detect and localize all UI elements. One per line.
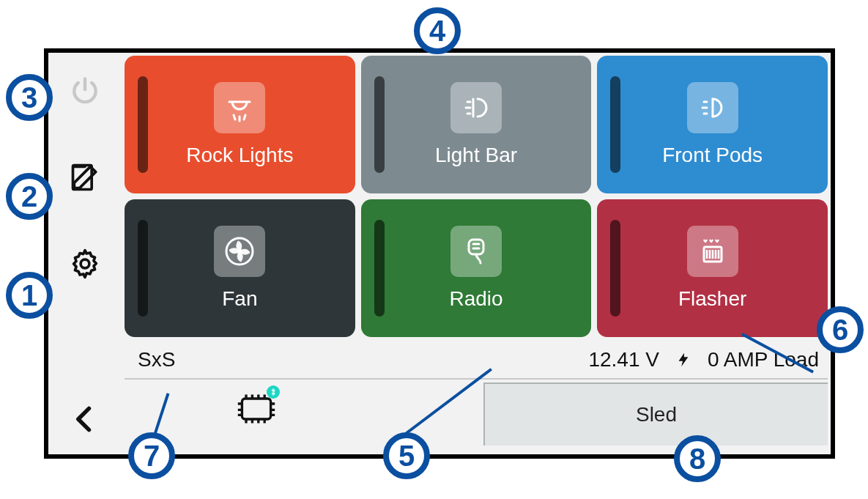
callout-3: 3	[6, 74, 53, 121]
bolt-icon	[675, 350, 691, 370]
edit-button[interactable]	[67, 160, 103, 195]
tab-label: Sled	[636, 403, 677, 426]
callout-8: 8	[674, 435, 721, 482]
tile-label: Fan	[222, 287, 257, 311]
callout-4: 4	[414, 7, 461, 54]
flasher-icon	[687, 226, 738, 277]
dimmer-slider[interactable]	[610, 220, 620, 317]
light-bar-icon	[450, 82, 502, 133]
bluetooth-indicator	[267, 385, 280, 399]
switch-tile-fan[interactable]: Fan	[125, 199, 355, 337]
tile-label: Light Bar	[435, 144, 517, 167]
svg-rect-6	[242, 399, 270, 419]
callout-2: 2	[6, 173, 53, 220]
gear-icon	[69, 248, 101, 280]
rock-lights-icon	[214, 82, 265, 133]
sidebar	[48, 53, 122, 454]
tile-label: Radio	[449, 287, 502, 311]
front-pods-icon	[687, 82, 738, 133]
dimmer-slider[interactable]	[374, 76, 385, 173]
settings-button[interactable]	[67, 246, 103, 281]
callout-6: 6	[817, 306, 864, 353]
callout-1: 1	[6, 272, 53, 319]
switch-tile-light-bar[interactable]: Light Bar	[361, 56, 592, 193]
power-button[interactable]	[67, 73, 103, 108]
switch-tile-radio[interactable]: Radio	[361, 199, 592, 337]
bottom-bar: Sled	[125, 378, 828, 446]
switch-tile-rock-lights[interactable]: Rock Lights	[125, 56, 355, 193]
profile-label: SxS	[138, 348, 175, 372]
switch-tile-flasher[interactable]: Flasher	[597, 199, 828, 337]
svg-rect-4	[469, 240, 483, 254]
switch-tile-front-pods[interactable]: Front Pods	[597, 56, 828, 193]
svg-point-1	[81, 259, 89, 268]
power-icon	[69, 75, 101, 107]
edit-icon	[69, 161, 101, 193]
callout-5: 5	[383, 432, 430, 479]
tile-label: Front Pods	[662, 144, 763, 167]
tile-label: Rock Lights	[186, 144, 293, 167]
dimmer-slider[interactable]	[610, 76, 620, 173]
profile-tab-sled[interactable]: Sled	[483, 382, 828, 446]
chevron-left-icon	[69, 403, 101, 435]
callout-7: 7	[128, 432, 175, 479]
device-frame: Rock LightsLight BarFront PodsFanRadioFl…	[44, 48, 835, 459]
main-panel: Rock LightsLight BarFront PodsFanRadioFl…	[122, 53, 831, 454]
status-bar: SxS 12.41 V 0 AMP Load	[125, 337, 828, 378]
switch-grid: Rock LightsLight BarFront PodsFanRadioFl…	[125, 56, 828, 337]
dimmer-slider[interactable]	[138, 76, 148, 173]
radio-icon	[450, 226, 502, 277]
voltage-value: 12.41 V	[588, 348, 659, 372]
tile-label: Flasher	[678, 287, 746, 311]
dimmer-slider[interactable]	[374, 220, 385, 317]
module-status-icon[interactable]	[234, 387, 278, 431]
back-button[interactable]	[67, 402, 103, 437]
fan-icon	[214, 226, 265, 277]
dimmer-slider[interactable]	[138, 220, 148, 317]
